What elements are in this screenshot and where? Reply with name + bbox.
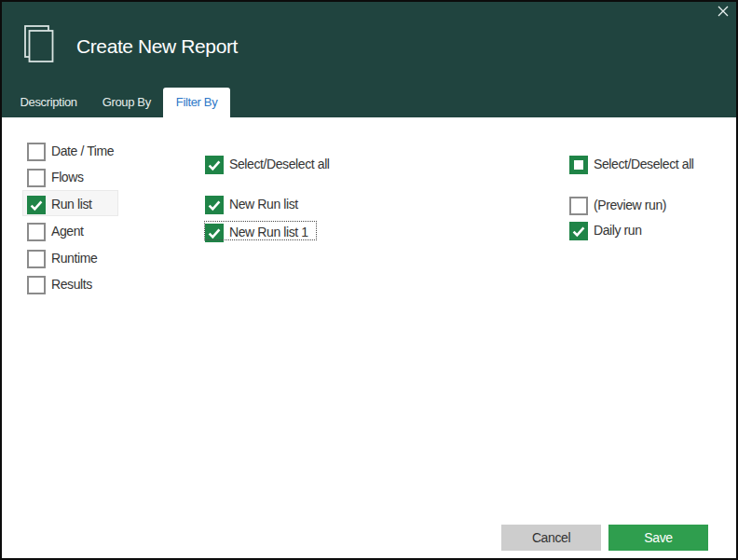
schedule-select-all-checkbox[interactable] (569, 156, 588, 174)
checkbox-row-agent[interactable]: Agent (27, 223, 84, 241)
checkbox-label: (Preview run) (594, 198, 666, 212)
checkbox-label: Select/Deselect all (229, 157, 330, 171)
checkbox-label: New Run list 1 (229, 225, 308, 239)
checkbox-row-run-list[interactable]: Run list (27, 196, 91, 214)
runlist-select-all-checkbox[interactable] (205, 156, 224, 174)
checkbox-row-date-time[interactable]: Date / Time (27, 143, 114, 161)
agent-checkbox[interactable] (27, 223, 46, 241)
checkbox-row-results[interactable]: Results (27, 276, 92, 294)
check-icon (205, 156, 224, 174)
check-icon (205, 196, 224, 214)
tab-description[interactable]: Description (7, 88, 89, 117)
close-icon (718, 6, 729, 17)
checkbox-row-preview-run[interactable]: (Preview run) (569, 197, 666, 215)
date-time-checkbox[interactable] (27, 143, 46, 161)
dialog-header: Create New Report Description Group By F… (2, 2, 736, 117)
checkbox-label: Agent (51, 224, 84, 239)
new-run-list-1-checkbox[interactable] (205, 224, 224, 242)
check-icon (205, 224, 224, 242)
daily-run-checkbox[interactable] (569, 222, 588, 240)
checkbox-label: Runtime (51, 251, 97, 266)
checkbox-row-new-run-list[interactable]: New Run list (205, 196, 298, 214)
run-list-checkbox[interactable] (27, 196, 46, 214)
cancel-button[interactable]: Cancel (501, 525, 601, 551)
results-checkbox[interactable] (27, 276, 46, 294)
runtime-checkbox[interactable] (27, 250, 46, 268)
new-run-list-checkbox[interactable] (205, 196, 224, 214)
checkbox-row-new-run-list-1[interactable]: New Run list 1 (205, 224, 308, 242)
close-button[interactable] (713, 1, 733, 20)
filter-by-panel: Date / Time Flows Run list Agent Runtime… (2, 117, 736, 558)
checkbox-label: Run list (51, 197, 91, 212)
check-icon (569, 222, 588, 240)
preview-run-checkbox[interactable] (569, 197, 588, 215)
checkbox-row-runtime[interactable]: Runtime (27, 250, 97, 268)
checkbox-row-runlist-select-all[interactable]: Select/Deselect all (205, 156, 330, 174)
checkbox-label: New Run list (229, 197, 298, 212)
create-new-report-dialog: Create New Report Description Group By F… (0, 0, 738, 560)
checkbox-label: Results (51, 277, 92, 292)
checkbox-label: Daily run (594, 223, 642, 238)
flows-checkbox[interactable] (27, 169, 46, 187)
checkbox-label: Flows (51, 170, 84, 184)
report-document-icon (24, 25, 54, 62)
tab-group-by[interactable]: Group By (89, 88, 163, 117)
tab-filter-by[interactable]: Filter By (163, 88, 230, 117)
checkbox-row-schedule-select-all[interactable]: Select/Deselect all (569, 156, 694, 174)
save-button[interactable]: Save (608, 525, 708, 551)
tab-bar: Description Group By Filter By (7, 88, 230, 117)
checkbox-row-daily-run[interactable]: Daily run (569, 222, 642, 240)
check-icon (27, 196, 46, 214)
checkbox-label: Date / Time (51, 143, 114, 158)
checkbox-row-flows[interactable]: Flows (27, 169, 84, 187)
checkbox-label: Select/Deselect all (594, 157, 694, 171)
dialog-title: Create New Report (76, 30, 238, 63)
